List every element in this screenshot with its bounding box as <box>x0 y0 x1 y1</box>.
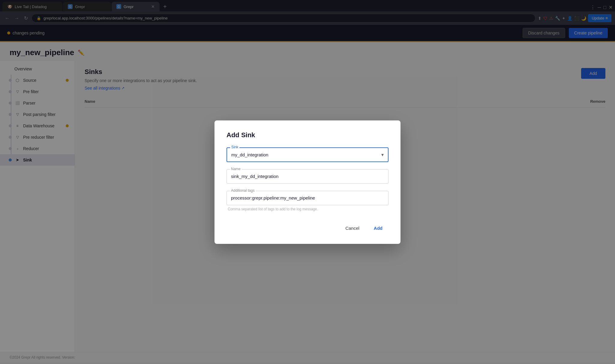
sink-field-group: Sink my_dd_integration ▾ <box>226 147 388 162</box>
sink-field-label: Sink <box>230 145 239 149</box>
cancel-button[interactable]: Cancel <box>339 223 365 233</box>
add-sink-modal: Add Sink Sink my_dd_integration ▾ Name A… <box>214 120 400 244</box>
modal-actions: Cancel Add <box>226 223 388 233</box>
tags-input[interactable] <box>231 195 384 200</box>
name-field-group: Name <box>226 169 388 184</box>
name-field-label: Name <box>230 167 242 171</box>
tags-field-group: Additional tags Comma separated list of … <box>226 191 388 211</box>
sink-select[interactable]: my_dd_integration <box>227 148 388 161</box>
name-field-wrapper: Name <box>226 169 388 184</box>
tags-field-wrapper: Additional tags <box>226 191 388 205</box>
sink-select-wrapper: Sink my_dd_integration ▾ <box>226 147 388 162</box>
modal-overlay[interactable]: Add Sink Sink my_dd_integration ▾ Name A… <box>0 0 615 364</box>
tags-hint: Comma separated list of tags to add to t… <box>226 207 388 211</box>
tags-field-label: Additional tags <box>230 188 256 193</box>
modal-title: Add Sink <box>226 131 388 139</box>
add-button[interactable]: Add <box>368 223 388 233</box>
name-input[interactable] <box>231 174 384 179</box>
